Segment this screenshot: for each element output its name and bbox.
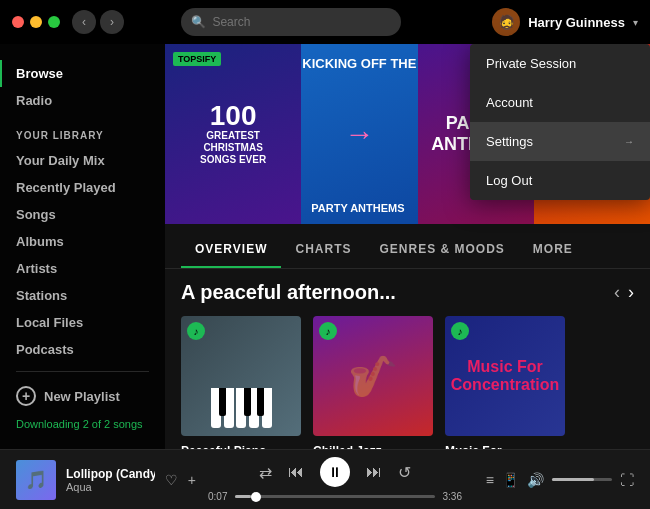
sidebar-podcasts-label: Podcasts — [16, 342, 74, 357]
library-section-label: YOUR LIBRARY — [0, 114, 165, 147]
minimize-button[interactable] — [30, 16, 42, 28]
fullscreen-icon[interactable]: ⛶ — [620, 472, 634, 488]
piano-card-title: Peaceful Piano — [181, 444, 301, 449]
volume-fill — [552, 478, 594, 481]
close-button[interactable] — [12, 16, 24, 28]
nav-arrows: ‹ › — [614, 282, 634, 303]
music-card-concentration[interactable]: ♪ Music For Concentration Music For Conc… — [445, 316, 565, 449]
dropdown-item-account[interactable]: Account — [470, 83, 650, 122]
next-button[interactable]: ⏭ — [366, 463, 382, 481]
piano-card-image: ♪ — [181, 316, 301, 436]
search-bar[interactable]: 🔍 — [181, 8, 401, 36]
sidebar-daily-mix-label: Your Daily Mix — [16, 153, 105, 168]
sidebar-item-stations[interactable]: Stations — [0, 282, 165, 309]
progress-dot — [251, 492, 261, 502]
music-card-jazz[interactable]: ♪ 🎷 Chilled Jazz — [313, 316, 433, 449]
dropdown-item-private-session[interactable]: Private Session — [470, 44, 650, 83]
player-right: ≡ 📱 🔊 ⛶ — [474, 472, 634, 488]
sidebar-item-recently-played[interactable]: Recently Played — [0, 174, 165, 201]
tab-overview[interactable]: OVERVIEW — [181, 232, 281, 268]
prev-button[interactable]: ‹ — [614, 282, 620, 303]
track-art-icon: 🎵 — [25, 469, 47, 491]
sidebar-item-songs[interactable]: Songs — [0, 201, 165, 228]
sidebar-divider — [16, 371, 149, 372]
new-playlist-label: New Playlist — [44, 389, 120, 404]
concentration-card-title: Music For Concentration — [445, 444, 565, 449]
dropdown-item-settings[interactable]: Settings → — [470, 122, 650, 161]
sidebar-albums-label: Albums — [16, 234, 64, 249]
track-info: Lollipop (Candyman) Aqua — [66, 467, 155, 493]
progress-bar[interactable] — [235, 495, 434, 498]
spotify-dot-piano: ♪ — [187, 322, 205, 340]
downloading-status: Downloading 2 of 2 songs — [0, 412, 165, 436]
search-icon: 🔍 — [191, 15, 206, 29]
user-area[interactable]: 🧔 Harry Guinness ▾ — [492, 8, 638, 36]
track-art: 🎵 — [16, 460, 56, 500]
spotify-dot-jazz: ♪ — [319, 322, 337, 340]
track-artist: Aqua — [66, 481, 155, 493]
sidebar: Browse Radio YOUR LIBRARY Your Daily Mix… — [0, 44, 165, 449]
tab-charts[interactable]: CHARTS — [281, 232, 365, 268]
hero-card2-party: PARTY ANTHEMS — [311, 202, 404, 214]
title-bar: ‹ › 🔍 🧔 Harry Guinness ▾ Private Session… — [0, 0, 650, 44]
dropdown-label-account: Account — [486, 95, 533, 110]
sidebar-item-radio[interactable]: Radio — [0, 87, 165, 114]
dropdown-label-settings: Settings — [486, 134, 533, 149]
repeat-button[interactable]: ↺ — [398, 463, 411, 482]
traffic-lights — [12, 16, 60, 28]
progress-fill — [235, 495, 251, 498]
tab-more[interactable]: MORE — [519, 232, 587, 268]
spotify-dot-concentration: ♪ — [451, 322, 469, 340]
dropdown-menu: Private Session Account Settings → Log O… — [470, 44, 650, 200]
queue-icon[interactable]: ≡ — [486, 472, 494, 488]
devices-icon[interactable]: 📱 — [502, 472, 519, 488]
heart-button[interactable]: ♡ — [165, 472, 178, 488]
card-row: ♪ Peaceful Piano — [165, 308, 650, 449]
sidebar-item-podcasts[interactable]: Podcasts — [0, 336, 165, 363]
jazz-card-image: ♪ 🎷 — [313, 316, 433, 436]
back-button[interactable]: ‹ — [72, 10, 96, 34]
sidebar-radio-label: Radio — [16, 93, 52, 108]
sidebar-item-artists[interactable]: Artists — [0, 255, 165, 282]
new-playlist-button[interactable]: + New Playlist — [0, 380, 165, 412]
sidebar-recently-played-label: Recently Played — [16, 180, 116, 195]
sidebar-item-browse[interactable]: Browse — [0, 60, 165, 87]
sidebar-artists-label: Artists — [16, 261, 57, 276]
avatar: 🧔 — [492, 8, 520, 36]
next-button[interactable]: › — [628, 282, 634, 303]
forward-button[interactable]: › — [100, 10, 124, 34]
arrow-pink-icon: → — [344, 117, 374, 151]
tab-genres-moods[interactable]: GENRES & MOODS — [365, 232, 518, 268]
play-pause-button[interactable]: ⏸ — [320, 457, 350, 487]
sidebar-item-local-files[interactable]: Local Files — [0, 309, 165, 336]
hero-card-kicking[interactable]: KICKING OFF THE → PARTY ANTHEMS — [301, 44, 417, 224]
sidebar-stations-label: Stations — [16, 288, 67, 303]
volume-icon[interactable]: 🔊 — [527, 472, 544, 488]
dropdown-label-private-session: Private Session — [486, 56, 576, 71]
previous-button[interactable]: ⏮ — [288, 463, 304, 481]
dropdown-item-logout[interactable]: Log Out — [470, 161, 650, 200]
concentration-card-inner: Music For Concentration — [445, 348, 565, 404]
total-time: 3:36 — [443, 491, 462, 502]
add-to-queue-button[interactable]: + — [188, 472, 196, 488]
player-track: 🎵 Lollipop (Candyman) Aqua ♡ + — [16, 460, 196, 500]
shuffle-button[interactable]: ⇄ — [259, 463, 272, 482]
topsify-badge: TOPSIFY — [173, 52, 221, 66]
section-title: A peaceful afternoon... — [181, 281, 396, 304]
hero-card-christmas[interactable]: TOPSIFY 100 GREATESTCHRISTMASSONGS EVER — [165, 44, 301, 224]
sidebar-browse-label: Browse — [16, 66, 63, 81]
progress-row: 0:07 3:36 — [208, 491, 462, 502]
sidebar-item-albums[interactable]: Albums — [0, 228, 165, 255]
sidebar-item-daily-mix[interactable]: Your Daily Mix — [0, 147, 165, 174]
player-controls: ⇄ ⏮ ⏸ ⏭ ↺ 0:07 3:36 — [208, 457, 462, 502]
maximize-button[interactable] — [48, 16, 60, 28]
search-input[interactable] — [212, 15, 391, 29]
sidebar-local-files-label: Local Files — [16, 315, 83, 330]
jazz-card-title: Chilled Jazz — [313, 444, 433, 449]
dropdown-label-logout: Log Out — [486, 173, 532, 188]
section-header: A peaceful afternoon... ‹ › — [165, 269, 650, 308]
nav-buttons: ‹ › — [72, 10, 124, 34]
music-card-piano[interactable]: ♪ Peaceful Piano — [181, 316, 301, 449]
volume-bar[interactable] — [552, 478, 612, 481]
hero-kicking-text: KICKING OFF THE — [301, 56, 417, 71]
